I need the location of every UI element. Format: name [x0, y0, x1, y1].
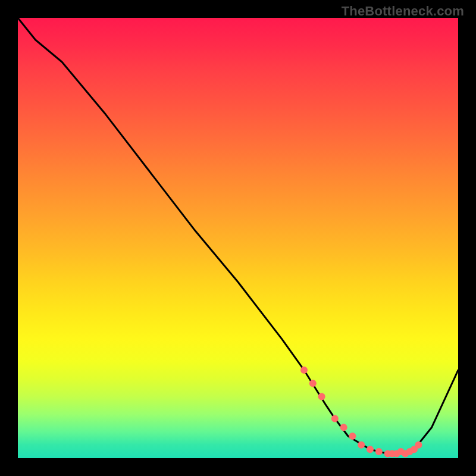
marker-dot: [318, 393, 325, 400]
watermark-label: TheBottleneck.com: [342, 4, 464, 19]
plot-area: [18, 18, 458, 458]
marker-dot: [367, 446, 374, 453]
chart-frame: TheBottleneck.com: [0, 0, 476, 476]
marker-dot: [309, 380, 317, 387]
curve-path: [18, 18, 458, 454]
marker-dot: [349, 433, 356, 440]
chart-svg: [18, 18, 458, 458]
marker-dot: [300, 367, 308, 374]
marker-dot: [340, 424, 347, 431]
marker-dot: [375, 448, 383, 455]
marker-dot: [358, 441, 365, 449]
marker-dot: [331, 415, 339, 422]
marker-dot: [415, 441, 422, 449]
